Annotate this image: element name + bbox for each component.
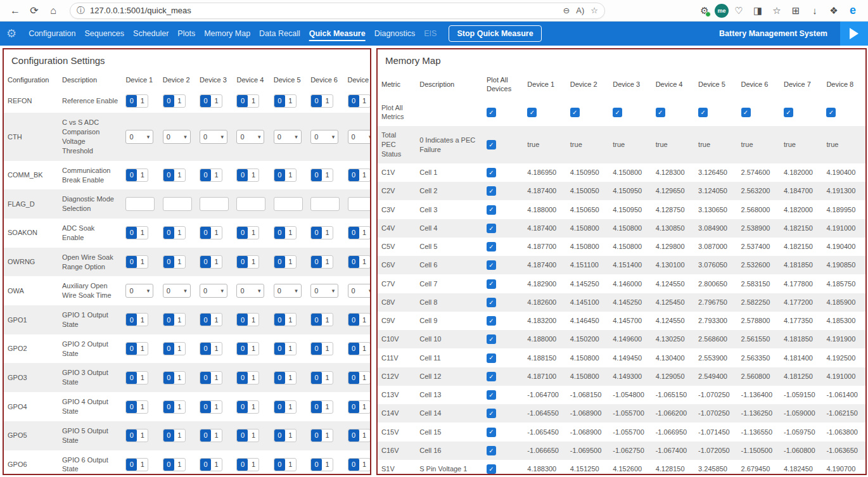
- toggle-option-0[interactable]: 0: [163, 169, 174, 181]
- value-input[interactable]: [274, 197, 303, 211]
- toggle-option-1[interactable]: 1: [211, 372, 222, 384]
- value-select[interactable]: 0▾: [236, 284, 264, 298]
- toggle-option-1[interactable]: 1: [137, 314, 148, 326]
- toggle-option-1[interactable]: 1: [248, 314, 258, 326]
- toggle-option-1[interactable]: 1: [248, 95, 258, 107]
- value-select[interactable]: 0▾: [274, 130, 302, 144]
- binary-toggle[interactable]: 01: [200, 458, 222, 471]
- toggle-option-0[interactable]: 0: [311, 169, 322, 181]
- binary-toggle[interactable]: 01: [236, 458, 259, 471]
- toggle-option-1[interactable]: 1: [248, 256, 258, 268]
- binary-toggle[interactable]: 01: [236, 255, 259, 269]
- nav-item-configuration[interactable]: Configuration: [24, 27, 80, 41]
- checkbox[interactable]: ✓: [527, 108, 537, 117]
- binary-toggle[interactable]: 01: [348, 342, 371, 355]
- toggle-option-1[interactable]: 1: [137, 227, 148, 239]
- toggle-option-1[interactable]: 1: [137, 459, 148, 471]
- value-select[interactable]: 0▾: [125, 284, 153, 298]
- toggle-option-0[interactable]: 0: [311, 459, 322, 471]
- site-info-icon[interactable]: ⓘ: [77, 5, 85, 16]
- checkbox[interactable]: ✓: [487, 390, 496, 400]
- toggle-option-0[interactable]: 0: [163, 95, 174, 107]
- binary-toggle[interactable]: 01: [310, 429, 333, 442]
- binary-toggle[interactable]: 01: [274, 342, 297, 355]
- binary-toggle[interactable]: 01: [125, 313, 148, 326]
- binary-toggle[interactable]: 01: [274, 169, 297, 182]
- toggle-option-0[interactable]: 0: [348, 256, 359, 268]
- nav-item-sequences[interactable]: Sequences: [80, 27, 129, 41]
- binary-toggle[interactable]: 01: [310, 94, 333, 108]
- checkbox[interactable]: ✓: [487, 205, 496, 215]
- binary-toggle[interactable]: 01: [348, 169, 371, 182]
- checkbox[interactable]: ✓: [487, 353, 496, 363]
- toggle-option-0[interactable]: 0: [348, 95, 359, 107]
- toggle-option-1[interactable]: 1: [211, 401, 222, 413]
- toggle-option-0[interactable]: 0: [163, 314, 174, 326]
- nav-item-quick-measure[interactable]: Quick Measure: [305, 27, 370, 41]
- value-input[interactable]: [236, 197, 265, 211]
- toggle-option-1[interactable]: 1: [211, 343, 222, 355]
- toggle-option-0[interactable]: 0: [200, 372, 211, 384]
- binary-toggle[interactable]: 01: [310, 400, 333, 414]
- checkbox[interactable]: ✓: [784, 108, 793, 117]
- checkbox[interactable]: ✓: [487, 428, 496, 437]
- toggle-option-0[interactable]: 0: [163, 429, 174, 442]
- toggle-option-0[interactable]: 0: [237, 256, 248, 268]
- toggle-option-0[interactable]: 0: [274, 429, 285, 442]
- binary-toggle[interactable]: 01: [310, 226, 333, 239]
- value-select[interactable]: 0▾: [200, 284, 227, 298]
- binary-toggle[interactable]: 01: [163, 458, 186, 471]
- toggle-option-1[interactable]: 1: [322, 169, 333, 181]
- toggle-option-1[interactable]: 1: [137, 169, 148, 181]
- binary-toggle[interactable]: 01: [163, 169, 186, 182]
- favorite-star-icon[interactable]: ☆: [590, 6, 598, 15]
- read-aloud-icon[interactable]: A): [576, 6, 584, 15]
- toggle-option-0[interactable]: 0: [237, 343, 248, 355]
- toggle-option-1[interactable]: 1: [248, 227, 258, 239]
- toggle-option-1[interactable]: 1: [322, 401, 333, 413]
- binary-toggle[interactable]: 01: [200, 313, 222, 326]
- toggle-option-0[interactable]: 0: [126, 256, 137, 268]
- binary-toggle[interactable]: 01: [163, 429, 186, 442]
- profile-avatar[interactable]: me: [715, 4, 729, 18]
- binary-toggle[interactable]: 01: [200, 226, 222, 239]
- toggle-option-0[interactable]: 0: [274, 227, 285, 239]
- toggle-option-0[interactable]: 0: [237, 429, 248, 442]
- toggle-option-1[interactable]: 1: [322, 343, 333, 355]
- binary-toggle[interactable]: 01: [163, 94, 186, 108]
- split-screen-icon[interactable]: ◨: [749, 2, 767, 20]
- toggle-option-1[interactable]: 1: [248, 343, 258, 355]
- toggle-option-1[interactable]: 1: [174, 401, 185, 413]
- toggle-option-0[interactable]: 0: [126, 372, 137, 384]
- checkbox[interactable]: ✓: [487, 186, 496, 196]
- value-select[interactable]: 0▾: [125, 130, 153, 144]
- checkbox[interactable]: ✓: [487, 446, 496, 455]
- downloads-icon[interactable]: ↓: [806, 2, 824, 20]
- checkbox[interactable]: ✓: [741, 108, 751, 117]
- value-input[interactable]: [125, 197, 155, 211]
- toggle-option-0[interactable]: 0: [348, 459, 359, 471]
- nav-item-memory-map[interactable]: Memory Map: [200, 27, 255, 41]
- toggle-option-0[interactable]: 0: [274, 372, 285, 384]
- binary-toggle[interactable]: 01: [163, 371, 186, 385]
- value-select[interactable]: 0▾: [348, 130, 371, 144]
- toggle-option-1[interactable]: 1: [359, 314, 370, 326]
- toggle-option-1[interactable]: 1: [248, 459, 258, 471]
- toggle-option-0[interactable]: 0: [126, 459, 137, 471]
- toggle-option-0[interactable]: 0: [163, 372, 174, 384]
- toggle-option-0[interactable]: 0: [348, 314, 359, 326]
- toggle-option-1[interactable]: 1: [248, 372, 258, 384]
- binary-toggle[interactable]: 01: [125, 94, 148, 108]
- toggle-option-0[interactable]: 0: [200, 459, 211, 471]
- toggle-option-1[interactable]: 1: [322, 314, 333, 326]
- toggle-option-0[interactable]: 0: [274, 256, 285, 268]
- toggle-option-0[interactable]: 0: [311, 256, 322, 268]
- toggle-option-0[interactable]: 0: [200, 401, 211, 413]
- toggle-option-0[interactable]: 0: [200, 169, 211, 181]
- toggle-option-0[interactable]: 0: [163, 256, 174, 268]
- binary-toggle[interactable]: 01: [163, 342, 186, 355]
- binary-toggle[interactable]: 01: [200, 169, 222, 182]
- binary-toggle[interactable]: 01: [274, 313, 297, 326]
- binary-toggle[interactable]: 01: [310, 313, 333, 326]
- binary-toggle[interactable]: 01: [125, 400, 148, 414]
